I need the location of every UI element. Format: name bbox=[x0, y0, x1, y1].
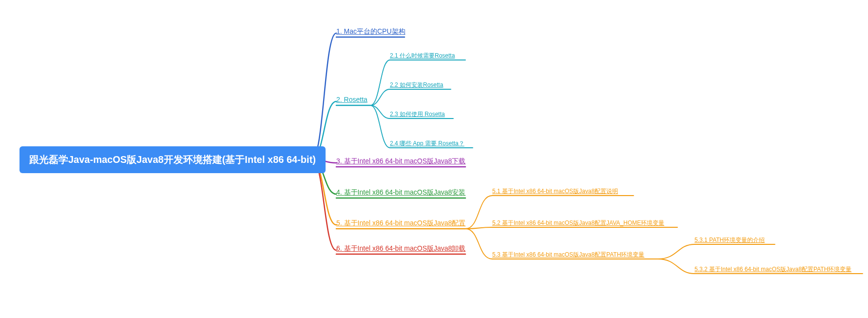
node-2-2[interactable]: 2.2 如何安装Rosetta bbox=[390, 81, 443, 89]
node-5-1[interactable]: 5.1 基于Intel x86 64-bit macOS版Java8配置说明 bbox=[492, 187, 618, 196]
mindmap-root[interactable]: 跟光磊学Java-macOS版Java8开发环境搭建(基于Intel x86 6… bbox=[19, 146, 326, 173]
node-5-3[interactable]: 5.3 基于Intel x86 64-bit macOS版Java8配置PATH… bbox=[492, 251, 644, 259]
node-5-2[interactable]: 5.2 基于Intel x86 64-bit macOS版Java8配置JAVA… bbox=[492, 219, 664, 227]
node-5-3-1[interactable]: 5.3.1 PATH环境变量的介绍 bbox=[694, 236, 765, 244]
node-5-3-2[interactable]: 5.3.2 基于Intel x86 64-bit macOS版Java8配置PA… bbox=[694, 265, 851, 274]
node-2-4[interactable]: 2.4 哪些 App 需要 Rosetta？ bbox=[390, 139, 464, 148]
node-1-cpu[interactable]: 1. Mac平台的CPU架构 bbox=[336, 27, 405, 36]
node-2-1[interactable]: 2.1 什么时候需要Rosetta bbox=[390, 52, 455, 60]
node-6-uninstall[interactable]: 6. 基于Intel x86 64-bit macOS版Java8卸载 bbox=[336, 244, 465, 253]
node-3-download[interactable]: 3. 基于Intel x86 64-bit macOS版Java8下载 bbox=[336, 157, 465, 166]
node-2-3[interactable]: 2.3 如何使用 Rosetta bbox=[390, 110, 445, 119]
node-5-config[interactable]: 5. 基于Intel x86 64-bit macOS版Java8配置 bbox=[336, 219, 465, 228]
node-2-rosetta[interactable]: 2. Rosetta bbox=[336, 96, 367, 103]
node-4-install[interactable]: 4. 基于Intel x86 64-bit macOS版Java8安装 bbox=[336, 188, 465, 197]
